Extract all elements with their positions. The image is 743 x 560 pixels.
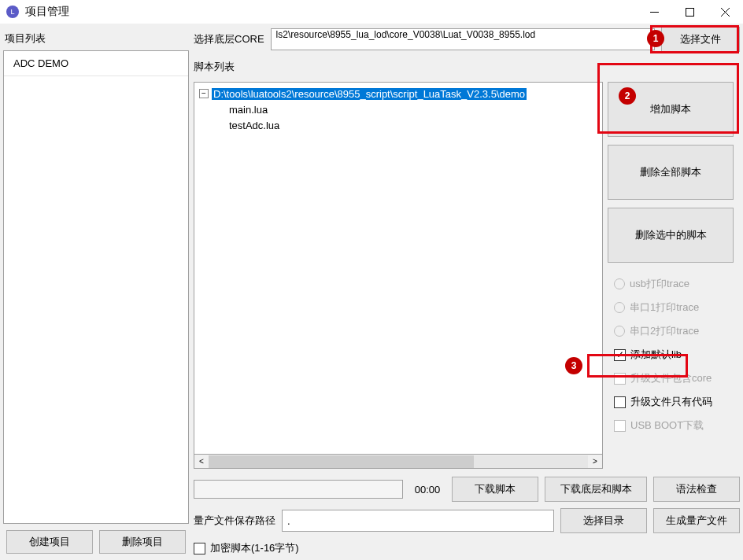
checkbox-encrypt-script[interactable]: 加密脚本(1-16字节) <box>194 540 299 557</box>
tree-collapse-icon[interactable]: − <box>199 89 209 98</box>
radio-icon <box>614 278 625 289</box>
minimize-button[interactable] <box>637 0 672 24</box>
project-list[interactable]: ADC DEMO <box>3 50 189 524</box>
download-script-button[interactable]: 下载脚本 <box>452 477 538 502</box>
checkbox-only-code[interactable]: 升级文件只有代码 <box>614 393 740 411</box>
project-item[interactable]: ADC DEMO <box>4 51 188 76</box>
app-icon: L <box>6 6 19 18</box>
script-list-label: 脚本列表 <box>194 57 740 77</box>
timer-label: 00:00 <box>409 484 445 496</box>
scroll-thumb[interactable] <box>209 455 474 468</box>
delete-project-button[interactable]: 删除项目 <box>99 530 186 554</box>
checkbox-icon <box>614 396 626 408</box>
window-title: 项目管理 <box>25 5 637 19</box>
radio-icon <box>614 326 625 337</box>
checkbox-icon <box>614 420 626 432</box>
svg-rect-0 <box>686 8 694 16</box>
radio-icon <box>614 302 625 313</box>
close-button[interactable] <box>708 0 743 24</box>
progress-bar <box>194 480 403 499</box>
checkbox-usb-boot[interactable]: USB BOOT下载 <box>614 417 740 434</box>
tree-file-row[interactable]: main.lua <box>194 101 602 117</box>
radio-usb-trace[interactable]: usb打印trace <box>614 275 740 293</box>
delete-all-scripts-button[interactable]: 删除全部脚本 <box>608 145 734 200</box>
choose-directory-button[interactable]: 选择目录 <box>560 508 647 533</box>
tree-file-row[interactable]: testAdc.lua <box>194 117 602 133</box>
script-tree[interactable]: − D:\tools\luatools2\resource\8955_scrip… <box>194 82 603 455</box>
horizontal-scrollbar[interactable]: < > <box>194 455 603 469</box>
mass-path-label: 量产文件保存路径 <box>194 514 275 528</box>
core-path-input[interactable]: ls2\resource\8955_lua_lod\core_V0038\Lua… <box>271 28 655 50</box>
download-core-and-script-button[interactable]: 下载底层和脚本 <box>545 477 647 502</box>
checkbox-icon <box>614 349 626 361</box>
generate-mass-file-button[interactable]: 生成量产文件 <box>653 508 740 533</box>
radio-serial1-trace[interactable]: 串口1打印trace <box>614 299 740 316</box>
radio-serial2-trace[interactable]: 串口2打印trace <box>614 322 740 340</box>
core-label: 选择底层CORE <box>194 32 264 46</box>
scroll-right-arrow[interactable]: > <box>588 455 602 468</box>
tree-folder-row[interactable]: − D:\tools\luatools2\resource\8955_scrip… <box>194 86 602 101</box>
checkbox-include-core[interactable]: 升级文件包含core <box>614 370 740 387</box>
title-bar: L 项目管理 <box>0 0 743 24</box>
mass-path-input[interactable] <box>282 510 554 532</box>
checkbox-icon <box>614 373 626 385</box>
scroll-left-arrow[interactable]: < <box>194 455 209 468</box>
syntax-check-button[interactable]: 语法检查 <box>653 477 740 502</box>
project-list-label: 项目列表 <box>3 27 189 50</box>
checkbox-add-default-lib[interactable]: 添加默认lib <box>614 346 740 363</box>
create-project-button[interactable]: 创建项目 <box>6 530 93 554</box>
choose-file-button[interactable]: 选择文件 <box>661 27 740 52</box>
checkbox-icon <box>194 543 205 554</box>
add-script-button[interactable]: 增加脚本 <box>608 82 734 137</box>
delete-selected-script-button[interactable]: 删除选中的脚本 <box>608 208 734 263</box>
maximize-button[interactable] <box>672 0 708 24</box>
